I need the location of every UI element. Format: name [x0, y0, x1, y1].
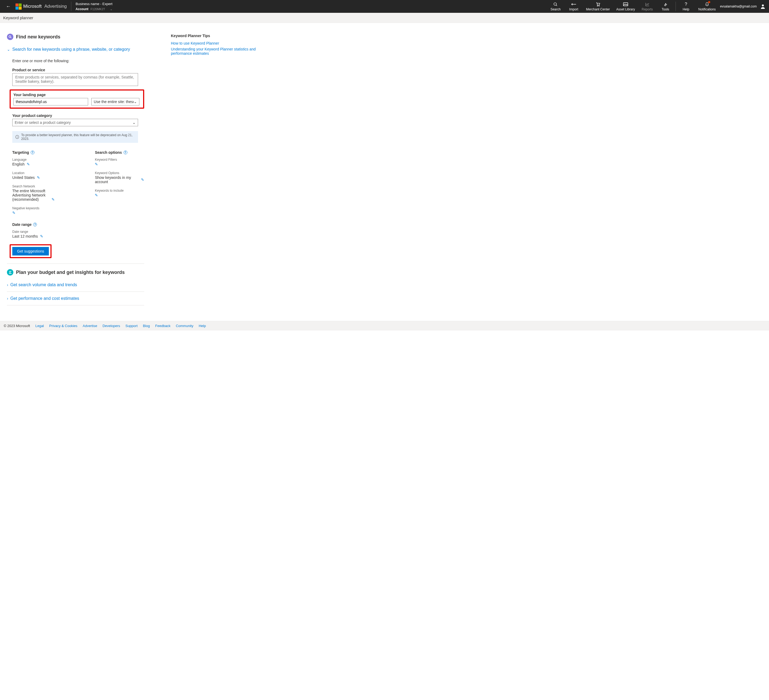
chevron-down-icon: ⌄	[134, 100, 137, 104]
edit-icon[interactable]: ✎	[12, 211, 16, 215]
product-category-label: Your product category	[12, 113, 144, 118]
nav-merchant-center[interactable]: Merchant Center	[586, 2, 610, 11]
user-email[interactable]: evsalamakha@gmail.com	[720, 5, 757, 8]
magnifier-circle-icon	[7, 34, 13, 40]
copyright: © 2023 Microsoft	[4, 324, 30, 328]
expand-search-keywords[interactable]: ⌄ Search for new keywords using a phrase…	[7, 45, 144, 54]
edit-icon[interactable]: ✎	[95, 162, 98, 166]
help-icon[interactable]: ?	[33, 223, 37, 226]
highlight-landing-page: Your landing page Use the entire site: t…	[10, 89, 144, 109]
section-plan-budget-header: Plan your budget and get insights for ke…	[7, 269, 144, 275]
landing-page-label: Your landing page	[13, 93, 140, 97]
section-title: Plan your budget and get insights for ke…	[16, 270, 125, 275]
expand-performance-estimates[interactable]: › Get performance and cost estimates	[7, 294, 144, 303]
expand-label: Get performance and cost estimates	[10, 296, 79, 301]
network-label: Search Network	[12, 185, 55, 188]
divider	[676, 2, 676, 11]
nav-import[interactable]: Import	[568, 2, 580, 11]
svg-point-6	[762, 5, 764, 6]
account-selector[interactable]: Business name - Expert Account F120MK2T …	[76, 1, 113, 11]
ms-logo-squares	[16, 3, 22, 10]
language-label: Language	[12, 158, 55, 161]
footer-link-privacy[interactable]: Privacy & Cookies	[49, 324, 77, 328]
bell-icon	[705, 2, 709, 7]
footer-link-developers[interactable]: Developers	[103, 324, 120, 328]
nav-label: Search	[550, 8, 561, 11]
nav-label: Import	[569, 8, 578, 11]
svg-point-0	[554, 3, 557, 5]
wrench-icon	[663, 2, 668, 7]
product-service-input[interactable]	[12, 73, 138, 86]
product-category-select[interactable]: Enter or select a product category ⌄	[12, 119, 138, 126]
search-options-title: Search options ?	[95, 150, 144, 154]
language-value: English	[12, 162, 24, 166]
kw-include-label: Keywords to include	[95, 189, 144, 193]
section-title: Find new keywords	[16, 34, 60, 40]
divider	[7, 305, 144, 306]
nav-help[interactable]: ? Help	[680, 2, 692, 11]
chevron-right-icon: ›	[7, 283, 8, 287]
targeting-column: Targeting ? Language English ✎ Location	[12, 150, 55, 220]
nav-tools[interactable]: Tools	[660, 2, 671, 11]
help-icon: ?	[685, 2, 687, 7]
nav-items-right: ? Help Notifications	[680, 2, 716, 11]
location-label: Location	[12, 171, 55, 175]
footer-link-legal[interactable]: Legal	[35, 324, 44, 328]
notification-badge	[708, 1, 710, 3]
intro-text: Enter one or more of the following:	[12, 59, 144, 63]
edit-icon[interactable]: ✎	[51, 197, 55, 201]
edit-icon[interactable]: ✎	[95, 193, 98, 197]
product-service-label: Product or service	[12, 68, 144, 72]
edit-icon[interactable]: ✎	[37, 175, 40, 180]
search-options-column: Search options ? Keyword Filters ✎ Keywo…	[95, 150, 144, 220]
back-arrow-icon[interactable]: ←	[3, 4, 13, 9]
location-value: United States	[12, 175, 35, 180]
select-placeholder: Enter or select a product category	[14, 121, 132, 125]
nav-label: Asset Library	[616, 8, 635, 11]
nav-notifications[interactable]: Notifications	[698, 2, 716, 11]
brand-microsoft: Microsoft	[23, 4, 42, 9]
nav-label: Help	[683, 8, 689, 11]
footer-link-help[interactable]: Help	[199, 324, 206, 328]
footer-link-feedback[interactable]: Feedback	[155, 324, 171, 328]
date-range-title: Date range ?	[12, 222, 144, 227]
help-icon[interactable]: ?	[124, 151, 127, 154]
footer-link-advertise[interactable]: Advertise	[83, 324, 97, 328]
nav-asset-library[interactable]: Asset Library	[616, 2, 635, 11]
kw-options-label: Keyword Options	[95, 171, 144, 175]
edit-icon[interactable]: ✎	[40, 234, 43, 238]
help-icon[interactable]: ?	[31, 151, 34, 154]
chevron-down-icon[interactable]: ⌄	[110, 7, 113, 11]
landing-scope-select[interactable]: Use the entire site: thesoundofv ⌄	[91, 98, 139, 105]
divider	[71, 2, 71, 11]
date-range-label: Date range	[12, 230, 144, 233]
nav-label: Tools	[662, 8, 669, 11]
tips-link-how-to[interactable]: How to use Keyword Planner	[171, 41, 272, 45]
expand-search-volume[interactable]: › Get search volume data and trends	[7, 280, 144, 290]
svg-rect-5	[623, 3, 628, 6]
deprecation-notice: i To provide a better keyword planner, t…	[12, 131, 138, 143]
footer-link-support[interactable]: Support	[125, 324, 138, 328]
negkw-label: Negative keywords	[12, 206, 55, 210]
account-id: F120MK2T	[90, 7, 105, 11]
microsoft-logo[interactable]: Microsoft Advertising	[16, 3, 67, 10]
kw-options-value: Show keywords in my account	[95, 175, 139, 184]
tips-title: Keyword Planner Tips	[171, 34, 272, 38]
tips-link-statistics[interactable]: Understanding your Keyword Planner stati…	[171, 47, 272, 56]
nav-label: Merchant Center	[586, 8, 610, 11]
edit-icon[interactable]: ✎	[27, 162, 30, 166]
edit-icon[interactable]: ✎	[141, 177, 144, 182]
chevron-down-icon: ⌄	[7, 47, 10, 51]
nav-search[interactable]: Search	[550, 2, 561, 11]
top-navigation-bar: ← Microsoft Advertising Business name - …	[0, 0, 769, 13]
footer-link-blog[interactable]: Blog	[143, 324, 150, 328]
page-subheader: Keyword planner	[0, 13, 769, 23]
import-icon	[571, 2, 576, 7]
get-suggestions-button[interactable]: Get suggestions	[12, 247, 49, 256]
user-avatar-icon[interactable]	[760, 3, 766, 9]
chevron-right-icon: ›	[7, 296, 8, 301]
nav-label: Reports	[642, 8, 653, 11]
landing-page-input[interactable]	[13, 98, 88, 105]
footer-link-community[interactable]: Community	[176, 324, 193, 328]
nav-reports[interactable]: Reports	[641, 2, 653, 11]
